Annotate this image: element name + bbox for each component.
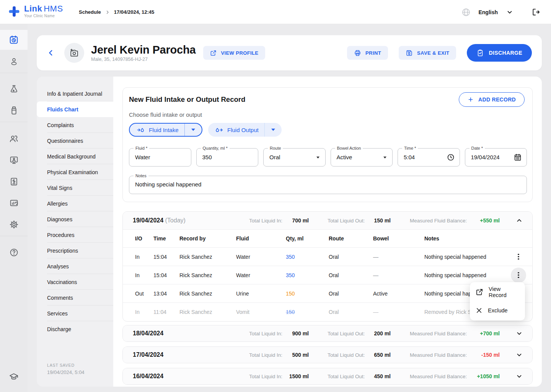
logout-icon[interactable] xyxy=(531,8,540,16)
rail-item-medications[interactable] xyxy=(0,100,28,120)
record-row: In 15:04 Rick Sanchez Water 350 Oral — N… xyxy=(123,248,532,266)
rail-item-schedule[interactable] xyxy=(0,30,28,50)
record-group-18-04: 18/04/2024 Total Liquid In: 900 ml Total… xyxy=(122,325,533,342)
help-circle-icon xyxy=(9,248,19,257)
notes-field[interactable]: Notes Nothing special happened xyxy=(129,176,527,194)
rail-item-help[interactable] xyxy=(0,242,28,262)
plus-icon xyxy=(468,96,474,103)
fluid-intake-toggle[interactable]: Fluid Intake xyxy=(129,123,202,137)
bowel-action-select[interactable]: Bowel Action Active xyxy=(331,148,393,167)
printer-icon xyxy=(354,49,361,57)
quantity-field[interactable]: Quantity, ml * 350 xyxy=(196,148,259,167)
chevron-down-icon xyxy=(271,129,275,131)
patient-header: Jerel Kevin Parocha Male, 35, 14097856-H… xyxy=(37,35,542,70)
globe-icon xyxy=(461,8,471,17)
fluid-field[interactable]: Fluid * Water xyxy=(129,148,191,167)
nav-item-comments[interactable]: Comments xyxy=(37,290,113,305)
record-row: In 15:04 Rick Sanchez Water 350 Oral — N… xyxy=(123,266,532,284)
nav-item-diagnoses[interactable]: Diagnoses xyxy=(37,211,113,227)
user-icon xyxy=(9,57,19,66)
expand-chevron-down-icon[interactable] xyxy=(515,351,523,359)
patient-name: Jerel Kevin Parocha xyxy=(91,44,196,56)
nav-item-vital-signs[interactable]: Vital Signs xyxy=(37,180,113,196)
last-saved: LAST SAVED 19/04/2024, 5:04 xyxy=(47,363,85,375)
nav-item-medical-background[interactable]: Medical Background xyxy=(37,149,113,164)
row-menu-kebab-icon-active[interactable] xyxy=(511,268,526,283)
nav-item-physical-examination[interactable]: Physical Examination xyxy=(37,164,113,180)
balance-value: +550 ml xyxy=(465,217,500,224)
view-profile-button[interactable]: VIEW PROFILE xyxy=(203,46,265,60)
language-chevron-down-icon[interactable] xyxy=(506,9,513,16)
nav-item-complaints[interactable]: Complaints xyxy=(37,117,113,133)
external-link-icon xyxy=(210,50,217,56)
external-link-icon xyxy=(476,288,483,296)
fluid-output-dropdown[interactable] xyxy=(265,123,282,137)
clipboard-check-icon xyxy=(476,49,484,57)
droplet-out-arrow-icon xyxy=(215,126,223,134)
nav-item-fluids-chart[interactable]: Fluids Chart xyxy=(37,101,113,117)
rail-item-education[interactable] xyxy=(0,367,28,387)
back-button[interactable] xyxy=(47,49,55,57)
fluid-output-toggle[interactable]: Fluid Output xyxy=(208,123,282,137)
nav-item-procedures[interactable]: Procedures xyxy=(37,227,113,243)
clock-icon[interactable] xyxy=(447,153,455,162)
rail-item-reports[interactable] xyxy=(0,193,28,213)
select-caret-icon xyxy=(316,157,320,158)
medicine-bottle-icon xyxy=(9,106,19,115)
patient-avatar-add-photo[interactable] xyxy=(64,43,84,63)
save-exit-button[interactable]: SAVE & EXIT xyxy=(399,46,456,60)
route-select[interactable]: Route Oral xyxy=(263,148,326,167)
logo-cross-icon xyxy=(8,5,21,18)
settings-gear-icon xyxy=(9,220,19,229)
fluid-intake-dropdown[interactable] xyxy=(185,124,202,136)
group-header-today[interactable]: 19/04/2024 (Today) Total Liquid In: 700 … xyxy=(123,212,532,230)
expand-chevron-down-icon[interactable] xyxy=(515,330,523,337)
fluids-chart-content: New Fluid Intake or Output Record ADD RE… xyxy=(113,77,542,387)
expand-chevron-down-icon[interactable] xyxy=(515,372,523,380)
records-table-header: I/O Time Record by Fluid Qty, ml Route B… xyxy=(123,230,532,248)
breadcrumb-section[interactable]: Schedule xyxy=(79,9,101,15)
nav-item-info-inpatient-journal[interactable]: Info & Inpatient Journal xyxy=(37,86,113,101)
date-field[interactable]: Date * 19/04/2024 xyxy=(465,148,527,167)
total-in-value: 700 ml xyxy=(276,217,309,224)
brand-tagline: Your Clinic Name xyxy=(24,14,63,18)
nav-item-questionnaires[interactable]: Questionnaires xyxy=(37,133,113,149)
print-button[interactable]: PRINT xyxy=(347,46,388,60)
rail-item-staff[interactable] xyxy=(0,129,28,149)
rail-item-billing[interactable] xyxy=(0,172,28,191)
lab-flask-icon xyxy=(9,84,19,94)
nav-item-services[interactable]: Services xyxy=(37,305,113,321)
chevron-down-icon xyxy=(191,129,195,131)
nav-item-analyses[interactable]: Analyses xyxy=(37,258,113,274)
rail-item-telehealth[interactable] xyxy=(0,150,28,170)
rail-item-laboratory[interactable] xyxy=(0,79,28,99)
top-bar: LinkHMS Your Clinic Name Schedule 17/04/… xyxy=(0,0,551,24)
collapse-chevron-up-icon[interactable] xyxy=(515,217,523,224)
form-title: New Fluid Intake or Output Record xyxy=(129,95,245,104)
app-logo: LinkHMS Your Clinic Name xyxy=(8,5,63,18)
users-group-icon xyxy=(9,134,19,144)
nav-item-vaccinations[interactable]: Vaccinations xyxy=(37,274,113,290)
context-menu-view-record[interactable]: View Record xyxy=(470,283,525,301)
record-group-17-04: 17/04/2024 Total Liquid In: 500 ml Total… xyxy=(122,346,533,363)
discharge-button[interactable]: DISCHARGE xyxy=(467,44,532,62)
group-header[interactable]: 18/04/2024 Total Liquid In: 900 ml Total… xyxy=(123,325,532,341)
add-record-button[interactable]: ADD RECORD xyxy=(459,92,525,107)
close-x-icon xyxy=(476,307,483,314)
context-menu-exclude[interactable]: Exclude xyxy=(470,301,525,320)
nav-item-prescriptions[interactable]: Prescriptions xyxy=(37,243,113,258)
time-field[interactable]: Time * 5:04 xyxy=(398,148,460,167)
last-saved-label: LAST SAVED xyxy=(47,363,85,368)
fluid-output-label: Fluid Output xyxy=(227,127,259,133)
group-header[interactable]: 17/04/2024 Total Liquid In: 500 ml Total… xyxy=(123,347,532,363)
nav-item-allergies[interactable]: Allergies xyxy=(37,196,113,211)
dashboard-chart-icon xyxy=(9,198,19,208)
breadcrumb: Schedule 17/04/2024, 12:45 xyxy=(79,0,154,24)
group-header[interactable]: 16/04/2024 Total Liquid In: 1500 ml Tota… xyxy=(123,368,532,384)
rail-item-settings[interactable] xyxy=(0,214,28,234)
row-menu-kebab-icon[interactable] xyxy=(511,249,526,265)
rail-item-patients[interactable] xyxy=(0,51,28,71)
nav-item-discharge[interactable]: Discharge xyxy=(37,321,113,337)
language-selector[interactable]: English xyxy=(478,9,498,15)
calendar-icon[interactable] xyxy=(514,153,522,162)
